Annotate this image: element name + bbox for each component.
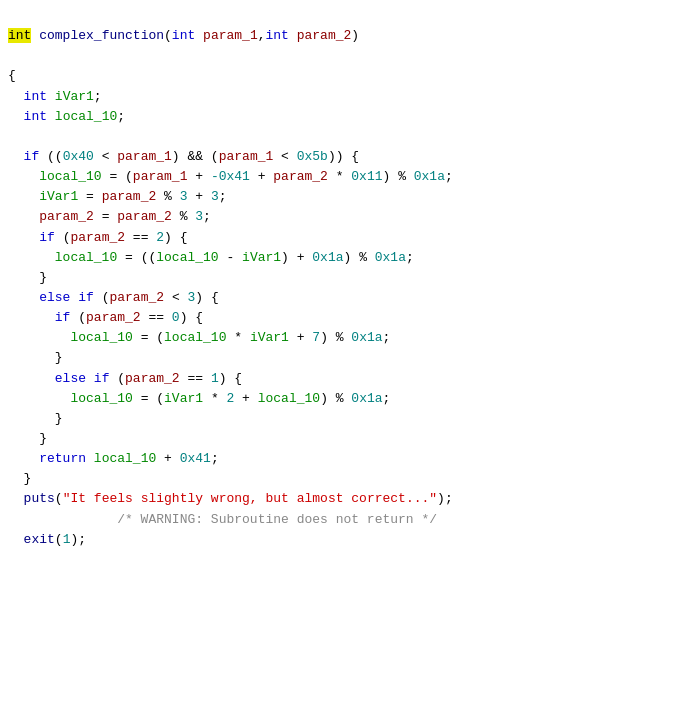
line-5: int local_10; [8,109,125,124]
line-23: } [8,471,31,486]
code-container: int complex_function(int param_1,int par… [0,0,690,704]
line-14: else if (param_2 < 3) { [8,290,219,305]
keyword-int-highlight: int [8,28,31,43]
line-1: int complex_function(int param_1,int par… [8,28,359,43]
line-11: if (param_2 == 2) { [8,230,187,245]
line-17: } [8,350,63,365]
line-8: local_10 = (param_1 + -0x41 + param_2 * … [8,169,453,184]
line-18: else if (param_2 == 1) { [8,371,242,386]
function-name: complex_function [39,28,164,43]
line-3: { [8,68,16,83]
line-4: int iVar1; [8,89,102,104]
param-1: param_1 [203,28,258,43]
line-7: if ((0x40 < param_1) && (param_1 < 0x5b)… [8,149,359,164]
param-type-2: int [266,28,289,43]
line-26: exit(1); [8,532,86,547]
line-12: local_10 = ((local_10 - iVar1) + 0x1a) %… [8,250,414,265]
line-22: return local_10 + 0x41; [8,451,219,466]
line-16: local_10 = (local_10 * iVar1 + 7) % 0x1a… [8,330,390,345]
code-paren: ( [164,28,172,43]
code-block: int complex_function(int param_1,int par… [8,6,682,570]
line-21: } [8,431,47,446]
line-19: local_10 = (iVar1 * 2 + local_10) % 0x1a… [8,391,390,406]
line-10: param_2 = param_2 % 3; [8,209,211,224]
line-25: /* WARNING: Subroutine does not return *… [8,512,437,527]
line-13: } [8,270,47,285]
line-20: } [8,411,63,426]
line-24: puts("It feels slightly wrong, but almos… [8,491,453,506]
line-15: if (param_2 == 0) { [8,310,203,325]
line-9: iVar1 = param_2 % 3 + 3; [8,189,227,204]
param-2: param_2 [297,28,352,43]
code-text [195,28,203,43]
param-type-1: int [172,28,195,43]
